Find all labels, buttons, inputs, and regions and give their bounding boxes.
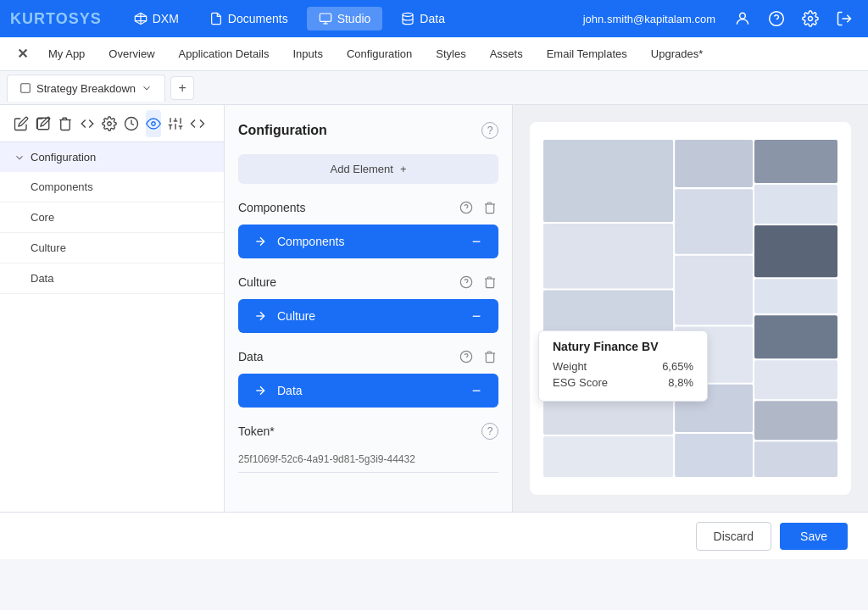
token-help-icon[interactable]: ?	[481, 423, 498, 440]
configuration-panel: Configuration ? Add Element + Components	[225, 105, 513, 512]
svg-rect-55	[754, 441, 837, 477]
toolbar-edit-icon[interactable]	[36, 110, 51, 137]
token-value: 25f1069f-52c6-4a91-9d81-5g3i9-44432	[238, 446, 498, 473]
svg-point-10	[809, 17, 813, 21]
svg-point-16	[152, 121, 156, 125]
discard-button[interactable]: Discard	[696, 522, 771, 551]
svg-rect-37	[543, 140, 673, 222]
sidebar-configuration-header[interactable]: Configuration	[0, 142, 224, 172]
toolbar-mobile-icon[interactable]	[219, 110, 225, 137]
data-help-icon[interactable]	[458, 348, 475, 365]
svg-point-7	[740, 13, 746, 19]
config-panel-header: Configuration ?	[238, 122, 498, 139]
tooltip-row-esg: ESG Score 8,8%	[553, 376, 693, 389]
toolbar-eye-icon[interactable]	[146, 110, 161, 137]
token-label-text: Token*	[238, 424, 275, 438]
data-minus-icon[interactable]: −	[468, 382, 485, 399]
components-section-icons	[458, 199, 498, 216]
svg-rect-53	[754, 360, 837, 399]
culture-minus-icon[interactable]: −	[468, 308, 485, 324]
tab-label: Strategy Breakdown	[36, 82, 136, 95]
nav-data[interactable]: Data	[389, 7, 457, 30]
svg-rect-12	[21, 84, 31, 93]
svg-point-28	[460, 202, 471, 213]
close-app-button[interactable]: ✕	[10, 42, 35, 65]
config-help-icon[interactable]: ?	[481, 122, 498, 139]
svg-rect-41	[543, 436, 673, 477]
svg-rect-52	[754, 315, 837, 358]
sidebar-item-culture[interactable]: Culture	[0, 233, 224, 263]
data-section-title: Data	[238, 350, 264, 363]
top-section: Configuration Components Core Culture Da…	[0, 105, 868, 512]
svg-point-14	[108, 121, 112, 125]
logout-icon[interactable]	[831, 5, 858, 32]
settings-icon[interactable]	[797, 5, 824, 32]
culture-delete-icon[interactable]	[481, 274, 498, 291]
svg-rect-50	[754, 225, 837, 277]
preview-area: Natury Finance BV Weight 6,65% ESG Score…	[513, 105, 868, 512]
save-button[interactable]: Save	[780, 523, 848, 550]
toolbar-code-icon[interactable]	[190, 110, 205, 137]
components-minus-icon[interactable]: −	[468, 233, 485, 250]
sidebar: Configuration Components Core Culture Da…	[0, 105, 225, 512]
data-element-button[interactable]: Data −	[238, 374, 498, 408]
user-profile-icon[interactable]	[729, 5, 756, 32]
toolbar-pencil-icon[interactable]	[14, 110, 29, 137]
main-layout: Configuration Components Core Culture Da…	[0, 105, 868, 559]
data-arrow-icon	[252, 382, 269, 399]
tooltip-title: Natury Finance BV	[553, 340, 693, 353]
nav-assets[interactable]: Assets	[480, 42, 533, 65]
config-components-header: Components	[238, 199, 498, 216]
svg-point-34	[460, 351, 471, 362]
config-components-section: Components	[238, 199, 498, 258]
sidebar-item-core[interactable]: Core	[0, 202, 224, 233]
svg-rect-54	[754, 401, 837, 440]
toolbar-clock-icon[interactable]	[124, 110, 139, 137]
nav-configuration[interactable]: Configuration	[337, 42, 422, 65]
nav-studio[interactable]: Studio	[307, 7, 383, 30]
svg-rect-13	[37, 118, 49, 130]
culture-element-button[interactable]: Culture −	[238, 299, 498, 333]
help-icon[interactable]	[763, 5, 790, 32]
tooltip-popup: Natury Finance BV Weight 6,65% ESG Score…	[538, 330, 708, 402]
nav-upgrades[interactable]: Upgrades*	[641, 42, 713, 65]
sidebar-config-label: Configuration	[31, 151, 96, 164]
svg-point-31	[460, 276, 471, 287]
nav-documents[interactable]: Documents	[198, 7, 300, 30]
nav-app-details[interactable]: Application Details	[169, 42, 280, 65]
data-delete-icon[interactable]	[481, 348, 498, 365]
secondary-navigation: ✕ My App Overview Application Details In…	[0, 37, 868, 71]
config-data-section: Data	[238, 348, 498, 408]
svg-rect-49	[754, 185, 837, 224]
tooltip-row-weight: Weight 6,65%	[553, 360, 693, 373]
components-help-icon[interactable]	[458, 199, 475, 216]
nav-styles[interactable]: Styles	[426, 42, 476, 65]
nav-my-app[interactable]: My App	[38, 42, 95, 65]
sidebar-item-data[interactable]: Data	[0, 263, 224, 294]
components-delete-icon[interactable]	[481, 199, 498, 216]
nav-inputs[interactable]: Inputs	[283, 42, 333, 65]
add-element-button[interactable]: Add Element +	[238, 154, 498, 184]
nav-email-templates[interactable]: Email Templates	[537, 42, 637, 65]
config-culture-section: Culture	[238, 274, 498, 333]
nav-overview[interactable]: Overview	[98, 42, 164, 65]
treemap-visualization	[543, 136, 837, 481]
toolbar-sliders-icon[interactable]	[168, 110, 183, 137]
add-tab-button[interactable]: +	[170, 76, 194, 100]
svg-rect-47	[675, 434, 753, 477]
document-tab[interactable]: Strategy Breakdown	[7, 75, 165, 102]
nav-dxm[interactable]: DXM	[122, 7, 191, 30]
components-element-button[interactable]: Components −	[238, 225, 498, 258]
preview-card: Natury Finance BV Weight 6,65% ESG Score…	[530, 122, 851, 495]
toolbar-gear-icon[interactable]	[102, 110, 117, 137]
content-area: Configuration ? Add Element + Components	[225, 105, 868, 512]
svg-point-6	[403, 13, 413, 16]
svg-point-8	[770, 12, 784, 26]
token-section: Token* ? 25f1069f-52c6-4a91-9d81-5g3i9-4…	[238, 423, 498, 473]
toolbar-angle-code-icon[interactable]	[80, 110, 95, 137]
user-email: john.smith@kapitalam.com	[583, 13, 715, 25]
culture-section-title: Culture	[238, 275, 276, 289]
culture-help-icon[interactable]	[458, 274, 475, 291]
sidebar-item-components[interactable]: Components	[0, 172, 224, 202]
toolbar-trash-icon[interactable]	[58, 110, 73, 137]
